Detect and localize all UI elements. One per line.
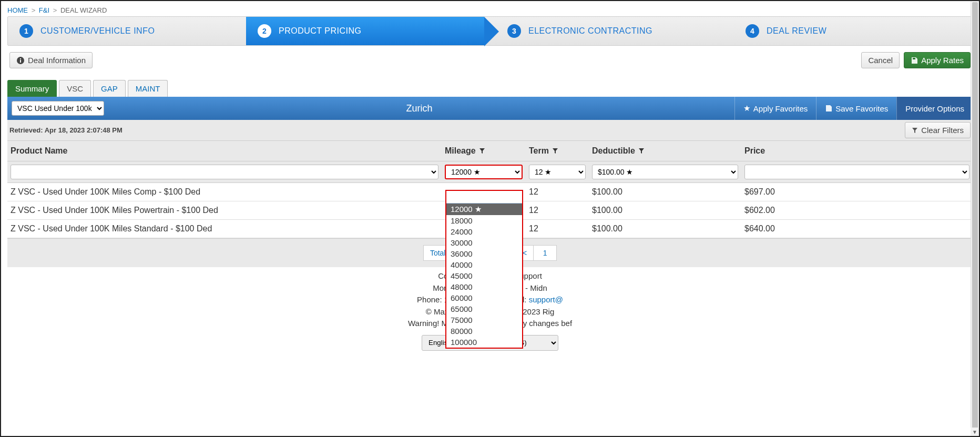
col-product-name[interactable]: Product Name: [7, 141, 442, 161]
mileage-option[interactable]: 80000: [446, 326, 522, 337]
tab-summary[interactable]: Summary: [7, 80, 57, 97]
wizard-step-2[interactable]: 2 PRODUCT PRICING: [246, 17, 484, 45]
apply-rates-label: Apply Rates: [921, 56, 964, 65]
mileage-dropdown-panel[interactable]: 12000 ★180002400030000360004000045000480…: [445, 190, 523, 349]
mileage-option[interactable]: 65000: [446, 303, 522, 314]
pager-page-input[interactable]: [534, 245, 557, 261]
col-term[interactable]: Term: [526, 141, 589, 161]
clear-filters-label: Clear Filters: [921, 126, 964, 135]
table-header-row: Product Name Mileage Term Deductible Pri…: [7, 141, 973, 161]
svg-rect-2: [20, 58, 21, 59]
mileage-option[interactable]: 45000: [446, 270, 522, 281]
tab-vsc[interactable]: VSC: [59, 80, 91, 97]
step-label-4: DEAL REVIEW: [767, 26, 826, 36]
provider-name: Zurich: [104, 103, 734, 114]
breadcrumb: HOME > F&I > DEAL WIZARD: [4, 4, 976, 16]
apply-rates-button[interactable]: Apply Rates: [904, 52, 971, 68]
clear-filters-button[interactable]: Clear Filters: [905, 122, 971, 138]
cell-deductible: $100.00: [589, 201, 741, 219]
step-number-3: 3: [507, 24, 521, 38]
cell-term: 12: [526, 220, 589, 238]
dropdown-search[interactable]: [446, 191, 522, 204]
deal-information-button[interactable]: Deal Information: [9, 52, 93, 68]
mileage-option[interactable]: 75000: [446, 314, 522, 326]
support-email-link[interactable]: support@: [529, 295, 563, 304]
svg-rect-1: [20, 60, 21, 63]
tab-gap[interactable]: GAP: [93, 80, 126, 97]
mileage-option[interactable]: 18000: [446, 215, 522, 226]
col-deductible[interactable]: Deductible: [589, 141, 741, 161]
deductible-filter[interactable]: $100.00 ★: [592, 165, 738, 179]
cell-term: 12: [526, 201, 589, 219]
product-name-filter[interactable]: [11, 165, 438, 179]
col-deduct-label: Deductible: [592, 146, 635, 156]
action-row: Deal Information Cancel Apply Rates: [7, 46, 973, 72]
save-icon: [825, 105, 832, 112]
step-label-3: ELECTRONIC CONTRACTING: [528, 26, 652, 36]
wizard-step-3[interactable]: 3 ELECTRONIC CONTRACTING: [484, 17, 734, 45]
mileage-option[interactable]: 36000: [446, 248, 522, 259]
cell-deductible: $100.00: [589, 183, 741, 201]
deal-info-label: Deal Information: [28, 56, 86, 65]
step-label-2: PRODUCT PRICING: [279, 26, 361, 36]
breadcrumb-fi[interactable]: F&I: [39, 6, 49, 14]
step-label-1: CUSTOMER/VEHICLE INFO: [40, 26, 155, 36]
filter-strip: Retrieved: Apr 18, 2023 2:07:48 PM Clear…: [7, 120, 973, 141]
filter-icon: [552, 148, 558, 154]
cell-product-name: Z VSC - Used Under 100K Miles Comp - $10…: [7, 183, 442, 201]
term-filter[interactable]: 12 ★: [529, 165, 586, 179]
info-icon: [16, 56, 25, 65]
step-number-4: 4: [746, 24, 759, 38]
cell-price: $602.00: [741, 201, 973, 219]
mileage-filter[interactable]: 12000 ★: [445, 165, 523, 179]
mileage-option[interactable]: 24000: [446, 226, 522, 237]
scrollbar-thumb[interactable]: [972, 2, 978, 433]
wizard-step-1[interactable]: 1 CUSTOMER/VEHICLE INFO: [8, 17, 246, 45]
retrieved-timestamp: Retrieved: Apr 18, 2023 2:07:48 PM: [7, 126, 122, 134]
col-term-label: Term: [529, 146, 549, 156]
breadcrumb-current: DEAL WIZARD: [60, 6, 107, 14]
save-icon: [911, 57, 918, 64]
provider-bar: VSC Used Under 100k Zurich ★ Apply Favor…: [7, 97, 973, 120]
col-price[interactable]: Price: [741, 141, 973, 161]
table-filter-row: 12000 ★ 12 ★ $100.00 ★: [7, 161, 973, 183]
cell-price: $640.00: [741, 220, 973, 238]
vertical-scrollbar[interactable]: [971, 1, 979, 436]
save-fav-label: Save Favorites: [835, 104, 888, 113]
apply-favorites-button[interactable]: ★ Apply Favorites: [734, 97, 816, 120]
mileage-option[interactable]: 30000: [446, 237, 522, 248]
cell-term: 12: [526, 183, 589, 201]
mileage-option[interactable]: 40000: [446, 259, 522, 270]
cell-product-name: Z VSC - Used Under 100K Miles Powertrain…: [7, 201, 442, 219]
col-mileage[interactable]: Mileage: [442, 141, 526, 161]
star-icon: ★: [743, 104, 750, 113]
col-mileage-label: Mileage: [445, 146, 476, 156]
filter-icon: [479, 148, 485, 154]
tab-row: Summary VSC GAP MAINT: [7, 80, 973, 97]
wizard-steps: 1 CUSTOMER/VEHICLE INFO 2 PRODUCT PRICIN…: [7, 16, 973, 46]
mileage-option[interactable]: 60000: [446, 292, 522, 303]
cancel-button[interactable]: Cancel: [861, 52, 900, 68]
price-filter[interactable]: [744, 165, 969, 179]
step-number-1: 1: [19, 24, 33, 38]
svg-rect-3: [913, 58, 915, 59]
cell-product-name: Z VSC - Used Under 100K Miles Standard -…: [7, 220, 442, 238]
cell-price: $697.00: [741, 183, 973, 201]
filter-icon: [638, 148, 645, 154]
scroll-down-icon[interactable]: ▼: [971, 428, 979, 436]
mileage-option[interactable]: 48000: [446, 281, 522, 292]
plan-select[interactable]: VSC Used Under 100k: [12, 101, 104, 116]
cell-deductible: $100.00: [589, 220, 741, 238]
tab-maint[interactable]: MAINT: [128, 80, 168, 97]
apply-fav-label: Apply Favorites: [753, 104, 808, 113]
breadcrumb-home[interactable]: HOME: [7, 6, 28, 14]
step-number-2: 2: [258, 24, 271, 38]
mileage-option[interactable]: 12000 ★: [446, 204, 522, 215]
provider-options-button[interactable]: Provider Options: [896, 97, 973, 120]
save-favorites-button[interactable]: Save Favorites: [816, 97, 896, 120]
wizard-step-4[interactable]: 4 DEAL REVIEW: [734, 17, 972, 45]
mileage-option[interactable]: 100000: [446, 337, 522, 348]
filter-icon: [912, 127, 918, 134]
